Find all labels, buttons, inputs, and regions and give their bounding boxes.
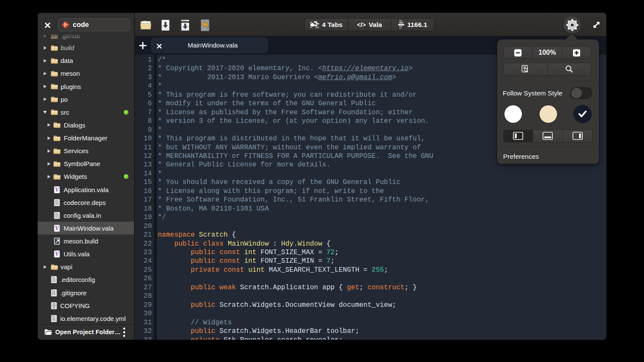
svg-text:V: V <box>55 225 60 231</box>
svg-text:V: V <box>55 186 60 193</box>
svg-text:V: V <box>55 250 60 257</box>
